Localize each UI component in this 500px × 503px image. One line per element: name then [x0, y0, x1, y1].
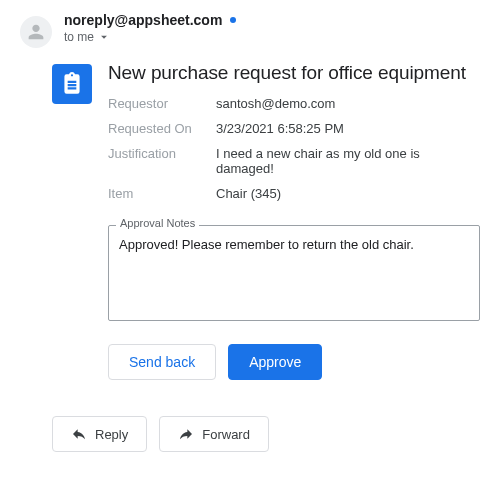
recipient-label: to me: [64, 30, 94, 44]
chevron-down-icon: [97, 30, 111, 44]
field-label-justification: Justification: [108, 146, 216, 176]
notes-legend: Approval Notes: [116, 217, 199, 229]
field-value-justification: I need a new chair as my old one is dama…: [216, 146, 480, 176]
forward-button[interactable]: Forward: [159, 416, 269, 452]
field-value-requestor: santosh@demo.com: [216, 96, 480, 111]
field-label-item: Item: [108, 186, 216, 201]
sender-address: noreply@appsheet.com: [64, 12, 222, 28]
recipient-dropdown[interactable]: to me: [64, 30, 480, 44]
reply-icon: [71, 426, 87, 442]
clipboard-icon: [52, 64, 92, 104]
forward-label: Forward: [202, 427, 250, 442]
send-back-button[interactable]: Send back: [108, 344, 216, 380]
approval-notes-input[interactable]: [108, 225, 480, 321]
approve-button[interactable]: Approve: [228, 344, 322, 380]
field-label-requestor: Requestor: [108, 96, 216, 111]
card-title: New purchase request for office equipmen…: [108, 62, 480, 84]
forward-icon: [178, 426, 194, 442]
unread-indicator-icon: [230, 17, 236, 23]
field-label-requested-on: Requested On: [108, 121, 216, 136]
field-value-item: Chair (345): [216, 186, 480, 201]
field-value-requested-on: 3/23/2021 6:58:25 PM: [216, 121, 480, 136]
sender-avatar: [20, 16, 52, 48]
reply-label: Reply: [95, 427, 128, 442]
reply-button[interactable]: Reply: [52, 416, 147, 452]
